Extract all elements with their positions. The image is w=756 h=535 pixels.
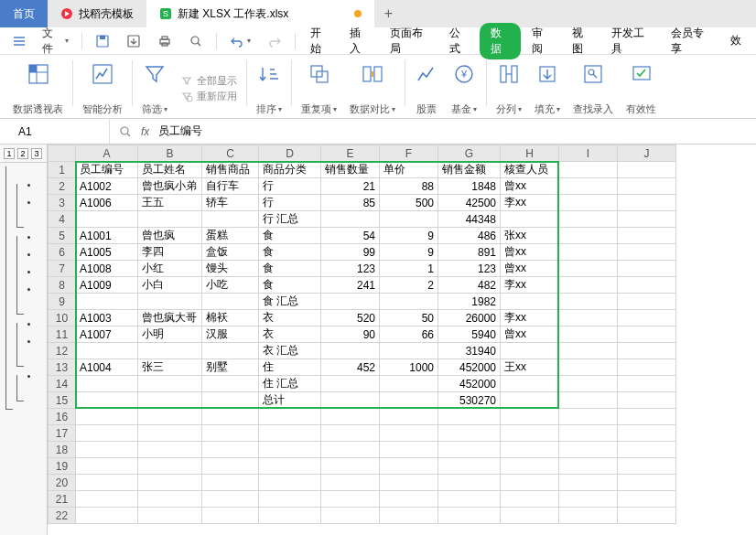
cell-F5[interactable]: 9: [380, 228, 438, 244]
outline-dot[interactable]: [27, 201, 32, 204]
row-header-13[interactable]: 13: [49, 359, 76, 376]
cell-B16[interactable]: [138, 409, 202, 425]
cell-H3[interactable]: 李xx: [501, 195, 559, 211]
menu-开发工具[interactable]: 开发工具: [602, 22, 660, 60]
cell-I20[interactable]: [559, 475, 618, 491]
cell-B9[interactable]: [138, 294, 202, 310]
sort-button[interactable]: 排序▾: [251, 60, 287, 116]
cell-I22[interactable]: [559, 508, 618, 524]
cell-A4[interactable]: [76, 211, 138, 228]
outline-body[interactable]: [0, 163, 47, 535]
cell-G13[interactable]: 452000: [438, 359, 501, 376]
cell-G16[interactable]: [438, 409, 501, 425]
row-header-11[interactable]: 11: [49, 326, 76, 343]
preview-button[interactable]: [181, 31, 211, 51]
cell-F7[interactable]: 1: [380, 261, 438, 277]
cell-D21[interactable]: [259, 491, 321, 508]
cell-C21[interactable]: [202, 491, 259, 508]
col-header-I[interactable]: I: [559, 145, 618, 162]
cell-A13[interactable]: A1004: [76, 359, 138, 376]
row-header-5[interactable]: 5: [49, 228, 76, 244]
cell-E12[interactable]: [321, 343, 380, 359]
fx-icon[interactable]: fx: [141, 125, 149, 138]
cell-G17[interactable]: [438, 425, 501, 442]
outline-dot[interactable]: [27, 271, 32, 273]
cell-G22[interactable]: [438, 508, 501, 524]
cell-F1[interactable]: 单价: [380, 162, 438, 178]
cell-B8[interactable]: 小白: [138, 277, 202, 294]
row-header-9[interactable]: 9: [49, 294, 76, 310]
cell-H2[interactable]: 曾xx: [501, 178, 559, 195]
cell-A12[interactable]: [76, 343, 138, 359]
cell-F4[interactable]: [380, 211, 438, 228]
cell-J9[interactable]: [618, 294, 676, 310]
cell-F19[interactable]: [380, 458, 438, 475]
cell-A9[interactable]: [76, 294, 138, 310]
cell-B10[interactable]: 曾也疯大哥: [138, 310, 202, 326]
cell-H16[interactable]: [501, 409, 559, 425]
cell-A17[interactable]: [76, 425, 138, 442]
cell-C2[interactable]: 自行车: [202, 178, 259, 195]
cell-G4[interactable]: 44348: [438, 211, 501, 228]
cell-C1[interactable]: 销售商品: [202, 162, 259, 178]
cell-C14[interactable]: [202, 376, 259, 392]
cell-E6[interactable]: 99: [321, 244, 380, 261]
cell-A15[interactable]: [76, 392, 138, 409]
outline-dot[interactable]: [27, 253, 32, 256]
cell-D7[interactable]: 食: [259, 261, 321, 277]
cell-G15[interactable]: 530270: [438, 392, 501, 409]
cell-D9[interactable]: 食 汇总: [259, 294, 321, 310]
cell-E18[interactable]: [321, 442, 380, 458]
cell-D3[interactable]: 行: [259, 195, 321, 211]
cell-D19[interactable]: [259, 458, 321, 475]
fill-button[interactable]: 填充▾: [529, 60, 566, 116]
cell-I6[interactable]: [559, 244, 618, 261]
duplicates-button[interactable]: 重复项▾: [296, 60, 342, 116]
cell-A2[interactable]: A1002: [76, 178, 138, 195]
cell-I10[interactable]: [559, 310, 618, 326]
cell-F21[interactable]: [380, 491, 438, 508]
filter-button[interactable]: 筛选▾: [136, 60, 173, 116]
export-button[interactable]: [119, 31, 148, 51]
cell-G20[interactable]: [438, 475, 501, 491]
redo-button[interactable]: [260, 31, 289, 51]
cell-I11[interactable]: [559, 326, 618, 343]
cell-F3[interactable]: 500: [380, 195, 438, 211]
cell-C19[interactable]: [202, 458, 259, 475]
pivot-button[interactable]: 数据透视表: [7, 60, 69, 116]
cell-G14[interactable]: 452000: [438, 376, 501, 392]
col-header-C[interactable]: C: [202, 145, 259, 162]
cell-C22[interactable]: [202, 508, 259, 524]
cell-F14[interactable]: [380, 376, 438, 392]
outline-dot[interactable]: [27, 340, 32, 343]
cell-H8[interactable]: 李xx: [501, 277, 559, 294]
cell-D12[interactable]: 衣 汇总: [259, 343, 321, 359]
cell-E15[interactable]: [321, 392, 380, 409]
cell-C18[interactable]: [202, 442, 259, 458]
cell-G2[interactable]: 1848: [438, 178, 501, 195]
outline-dot[interactable]: [27, 288, 32, 291]
menu-开始[interactable]: 开始: [301, 22, 339, 60]
cell-D5[interactable]: 食: [259, 228, 321, 244]
cell-B15[interactable]: [138, 392, 202, 409]
outline-dot[interactable]: [27, 236, 32, 239]
cell-F6[interactable]: 9: [380, 244, 438, 261]
cell-F22[interactable]: [380, 508, 438, 524]
cell-F12[interactable]: [380, 343, 438, 359]
cell-B5[interactable]: 曾也疯: [138, 228, 202, 244]
cell-A8[interactable]: A1009: [76, 277, 138, 294]
cell-I3[interactable]: [559, 195, 618, 211]
cell-A1[interactable]: 员工编号: [76, 162, 138, 178]
smart-analysis-button[interactable]: 智能分析: [77, 60, 128, 116]
row-header-4[interactable]: 4: [49, 211, 76, 228]
cell-G5[interactable]: 486: [438, 228, 501, 244]
cell-G1[interactable]: 销售金额: [438, 162, 501, 178]
cell-E14[interactable]: [321, 376, 380, 392]
find-entry-button[interactable]: 查找录入: [567, 60, 619, 116]
cell-B11[interactable]: 小明: [138, 326, 202, 343]
cell-D10[interactable]: 衣: [259, 310, 321, 326]
cell-H17[interactable]: [501, 425, 559, 442]
cell-G21[interactable]: [438, 491, 501, 508]
cell-J3[interactable]: [618, 195, 676, 211]
cell-A3[interactable]: A1006: [76, 195, 138, 211]
